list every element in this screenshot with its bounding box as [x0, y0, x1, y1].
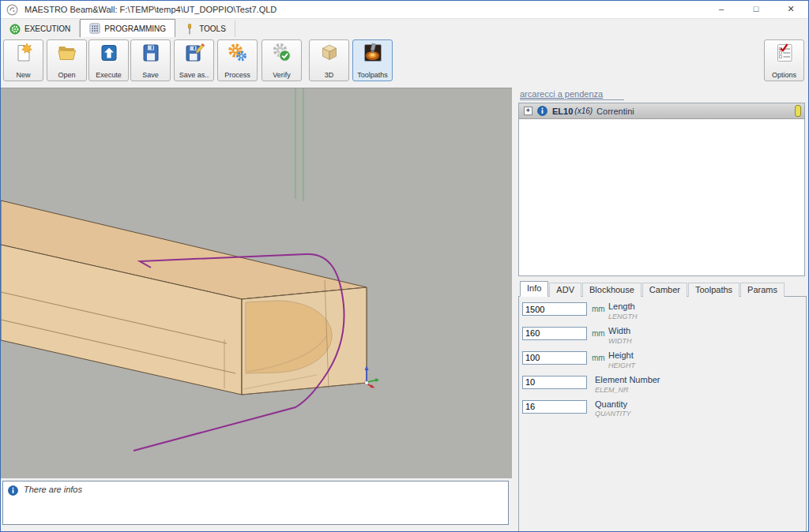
save-as-icon [184, 43, 205, 63]
app-window: MAESTRO Beam&Wall: F:\TEMP\temp4\UT_DOPP… [0, 0, 809, 532]
length-code: LENGTH [608, 313, 638, 320]
tab-blockhouse[interactable]: Blockhouse [582, 283, 642, 297]
execute-icon [99, 43, 119, 63]
width-input[interactable] [522, 327, 587, 340]
toolbar-button-label: Toolpaths [357, 71, 388, 79]
process-icon [228, 43, 248, 63]
right-panel: arcarecci a pendenza + EL10 (x16) Corren… [518, 86, 807, 528]
tab-camber[interactable]: Camber [642, 283, 687, 297]
properties-tab-strip: Info ADV Blockhouse Camber Toolpaths Par… [518, 281, 807, 297]
execution-icon [9, 24, 21, 35]
element-number-input[interactable] [522, 376, 587, 389]
toolbar-button-label: Save as.. [179, 71, 209, 79]
field-row-element-number: Element Number ELEM_NR [522, 376, 806, 394]
element-name: Correntini [596, 107, 634, 116]
ribbon-tab-strip: EXECUTION PROGRAMMING TOOLS [1, 19, 808, 37]
tab-params[interactable]: Params [740, 283, 785, 297]
3d-icon [319, 43, 340, 63]
tools-icon [184, 24, 195, 35]
toolbar-button-save[interactable]: Save [130, 39, 171, 81]
quantity-label: Quantity [595, 400, 631, 410]
field-row-quantity: Quantity QUANTITY [522, 400, 806, 418]
element-id: EL10 [552, 107, 573, 116]
height-unit: mm [592, 354, 605, 362]
toolbar-button-toolpaths[interactable]: Toolpaths [352, 39, 393, 81]
field-row-length: mm Length LENGTH [522, 302, 806, 320]
toolpaths-icon [363, 43, 383, 63]
origin-axes [365, 366, 380, 388]
element-number-label: Element Number [595, 376, 660, 385]
open-icon [57, 43, 77, 63]
status-message: There are infos [24, 485, 82, 494]
toolbar-button-label: Verify [273, 71, 291, 79]
toolbar: New Open Execute Save [1, 37, 808, 86]
width-code: WIDTH [608, 338, 632, 345]
element-list: + EL10 (x16) Correntini [518, 103, 805, 276]
status-box: There are infos [2, 481, 509, 525]
group-link[interactable]: arcarecci a pendenza [520, 89, 624, 100]
length-label: Length [608, 302, 638, 312]
ribbon-tab-tools[interactable]: TOOLS [175, 21, 235, 37]
ribbon-tab-label: TOOLS [199, 24, 226, 33]
tab-adv[interactable]: ADV [549, 283, 581, 297]
viewport-3d[interactable] [1, 88, 512, 478]
toolbar-button-execute[interactable]: Execute [88, 39, 129, 81]
ribbon-tab-label: EXECUTION [24, 24, 70, 33]
field-row-height: mm Height HEIGHT [522, 351, 806, 369]
tab-info[interactable]: Info [520, 281, 548, 297]
programming-icon [89, 23, 100, 34]
toolbar-button-label: New [16, 71, 30, 79]
toolbar-button-open[interactable]: Open [47, 39, 87, 81]
close-button[interactable]: ✕ [773, 1, 808, 18]
verify-icon [272, 43, 292, 63]
toolbar-button-label: Execute [96, 71, 122, 79]
field-row-width: mm Width WIDTH [522, 327, 806, 345]
options-icon [774, 43, 795, 63]
height-code: HEIGHT [608, 362, 635, 369]
toolbar-button-label: Process [224, 71, 250, 79]
title-bar: MAESTRO Beam&Wall: F:\TEMP\temp4\UT_DOPP… [1, 1, 808, 19]
toolbar-button-label: Options [772, 71, 796, 79]
toolbar-button-process[interactable]: Process [217, 39, 258, 81]
element-status-indicator [795, 105, 801, 117]
toolbar-button-label: 3D [325, 71, 334, 79]
ghost-stock-overlay [242, 287, 367, 395]
info-icon [537, 106, 547, 116]
width-label: Width [608, 327, 632, 336]
toolbar-button-3d[interactable]: 3D [309, 39, 349, 81]
ribbon-tab-label: PROGRAMMING [104, 24, 166, 33]
maximize-button[interactable]: □ [739, 1, 773, 18]
toolbar-button-new[interactable]: New [3, 39, 43, 81]
length-input[interactable] [522, 302, 587, 316]
quantity-code: QUANTITY [595, 410, 631, 418]
toolbar-button-label: Open [58, 71, 75, 79]
height-label: Height [608, 351, 635, 361]
ribbon-tab-execution[interactable]: EXECUTION [1, 21, 80, 37]
expand-icon[interactable]: + [524, 107, 532, 115]
app-icon [6, 4, 18, 16]
ribbon-tab-programming[interactable]: PROGRAMMING [80, 19, 175, 37]
element-count: (x16) [574, 107, 593, 115]
toolbar-button-verify[interactable]: Verify [262, 39, 302, 81]
element-list-item[interactable]: + EL10 (x16) Correntini [519, 103, 804, 119]
toolbar-button-save-as[interactable]: Save as.. [174, 39, 214, 81]
quantity-input[interactable] [522, 400, 587, 414]
width-unit: mm [592, 329, 605, 338]
height-input[interactable] [522, 351, 587, 365]
save-icon [141, 43, 161, 63]
toolbar-button-label: Save [142, 71, 159, 79]
new-icon [13, 43, 34, 63]
length-unit: mm [592, 305, 605, 313]
info-icon [8, 485, 18, 496]
tab-toolpaths[interactable]: Toolpaths [688, 283, 739, 297]
window-title: MAESTRO Beam&Wall: F:\TEMP\temp4\UT_DOPP… [24, 5, 277, 14]
element-number-code: ELEM_NR [595, 387, 660, 394]
info-tab-content: mm Length LENGTH mm Width WIDTH mm Heigh… [518, 297, 807, 532]
minimize-button[interactable]: – [704, 1, 739, 18]
toolbar-button-options[interactable]: Options [764, 39, 804, 81]
